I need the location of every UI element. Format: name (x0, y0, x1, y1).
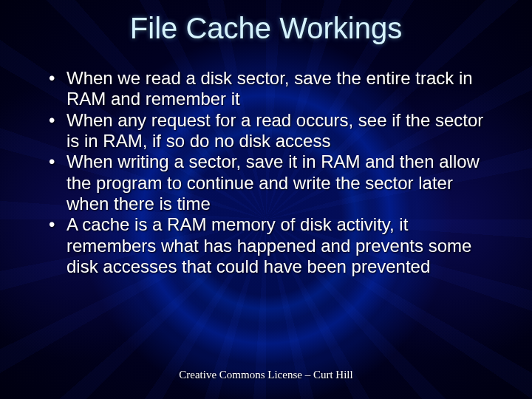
list-item: When we read a disk sector, save the ent… (44, 68, 495, 110)
list-item: When writing a sector, save it in RAM an… (44, 151, 495, 214)
list-item: A cache is a RAM memory of disk activity… (44, 214, 495, 277)
bullet-text: When any request for a read occurs, see … (66, 110, 483, 151)
bullet-text: When writing a sector, save it in RAM an… (66, 151, 480, 214)
slide: File Cache Workings When we read a disk … (0, 0, 532, 399)
slide-body: When we read a disk sector, save the ent… (44, 68, 495, 277)
bullet-list: When we read a disk sector, save the ent… (44, 68, 495, 277)
bullet-text: A cache is a RAM memory of disk activity… (66, 214, 471, 276)
list-item: When any request for a read occurs, see … (44, 110, 495, 152)
bullet-text: When we read a disk sector, save the ent… (66, 68, 473, 109)
slide-title: File Cache Workings (0, 12, 532, 45)
footer-license: Creative Commons License – Curt Hill (0, 369, 532, 381)
